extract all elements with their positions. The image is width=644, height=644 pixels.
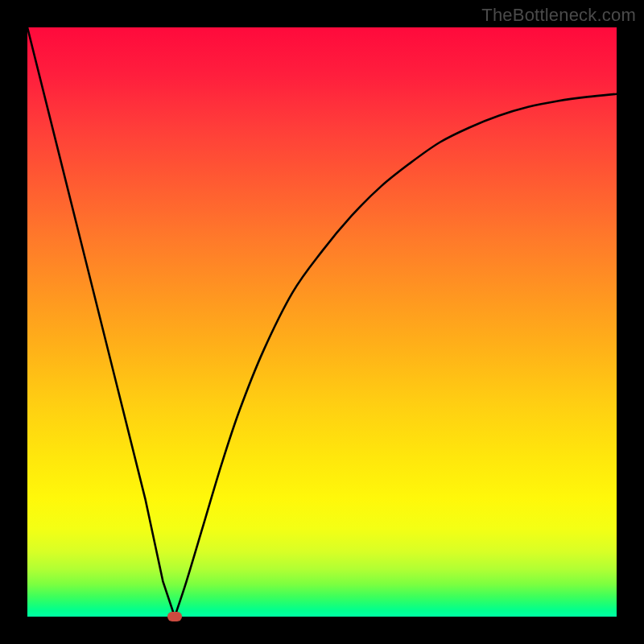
attribution-text: TheBottleneck.com [481, 5, 636, 26]
plot-area [27, 27, 617, 617]
optimal-marker [167, 612, 182, 621]
chart-frame: TheBottleneck.com [0, 0, 644, 644]
